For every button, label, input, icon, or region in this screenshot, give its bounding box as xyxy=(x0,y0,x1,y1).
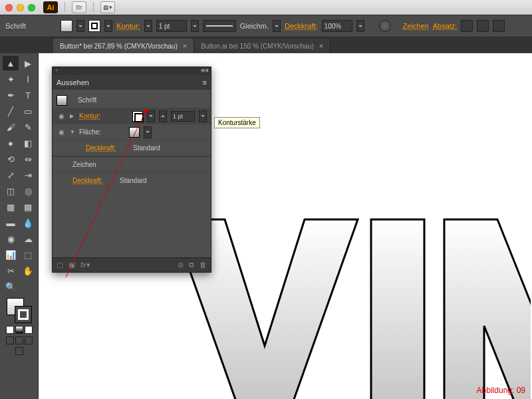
stroke-profile-preview[interactable] xyxy=(203,20,236,32)
paragraph-panel-link[interactable]: Absatz: xyxy=(433,22,458,30)
bridge-button[interactable]: Br xyxy=(72,1,86,13)
duplicate-icon[interactable]: ⧉ xyxy=(189,261,194,269)
stroke-color-dd[interactable] xyxy=(147,110,155,122)
row-kontur-label[interactable]: Kontur: xyxy=(79,112,100,120)
eyedropper-tool[interactable]: 💧 xyxy=(20,215,36,230)
direct-selection-tool[interactable]: ▶ xyxy=(20,56,36,70)
align-right-button[interactable] xyxy=(493,20,505,32)
stroke-label[interactable]: Kontur: xyxy=(116,22,140,30)
expand-icon[interactable]: ▶ xyxy=(70,113,75,119)
stroke-dropdown[interactable] xyxy=(104,20,112,32)
close-icon[interactable]: × xyxy=(183,42,187,50)
panel-menu-icon[interactable]: ≡ xyxy=(203,78,207,86)
eraser-tool[interactable]: ◧ xyxy=(20,136,36,150)
width-tool[interactable]: ⇥ xyxy=(20,168,36,182)
rectangle-tool[interactable]: ▭ xyxy=(20,104,36,118)
gradient-mode-icon[interactable] xyxy=(15,326,23,334)
window-minimize-dot[interactable] xyxy=(17,4,24,11)
visibility-icon[interactable]: ◉ xyxy=(57,128,66,137)
character-panel-link[interactable]: Zeichen xyxy=(403,22,429,30)
layout-button[interactable]: ▦▾ xyxy=(100,1,115,13)
stroke-profile-dd[interactable] xyxy=(273,20,281,32)
perspective-tool[interactable]: ▦ xyxy=(3,200,19,214)
fill-swatch[interactable] xyxy=(61,20,72,32)
stroke-box[interactable] xyxy=(15,306,32,323)
visibility-icon[interactable]: ◉ xyxy=(57,112,66,121)
free-transform-tool[interactable]: ◫ xyxy=(3,184,19,198)
align-center-button[interactable] xyxy=(477,20,489,32)
tooltip: Konturstärke xyxy=(214,117,260,128)
control-bar: Schrift Kontur: Gleichm. Deckkraft: Zeic… xyxy=(0,15,532,37)
paintbrush-tool[interactable]: 🖌 xyxy=(3,120,19,134)
fill-color-swatch[interactable] xyxy=(129,127,140,138)
type-tool[interactable]: T xyxy=(20,88,36,102)
stroke-weight-input[interactable] xyxy=(156,20,187,32)
opacity-dd[interactable] xyxy=(356,20,364,32)
row-deckkraft2-label[interactable]: Deckkraft: xyxy=(72,177,102,184)
reflect-tool[interactable]: ⇔ xyxy=(20,152,36,166)
recolor-button[interactable] xyxy=(379,20,391,32)
type-swatch xyxy=(57,95,67,106)
panel-dock-icon[interactable]: ◀◀ xyxy=(200,67,208,75)
graph-tool[interactable]: 📊 xyxy=(3,247,19,262)
titlebar: Ai Br ▦▾ xyxy=(0,0,532,15)
stroke-profile-label: Gleichm. xyxy=(240,22,269,30)
stroke-swatch[interactable] xyxy=(88,20,100,32)
draw-inside-icon[interactable] xyxy=(25,336,33,344)
zoom-tool[interactable]: 🔍 xyxy=(3,279,19,294)
new-stroke-icon[interactable]: ▢ xyxy=(57,261,63,269)
artboard-tool[interactable]: ⬚ xyxy=(20,247,36,262)
gradient-tool[interactable]: ▬ xyxy=(3,215,19,230)
stroke-weight-dd[interactable] xyxy=(191,20,199,32)
new-fill-icon[interactable]: ▣ xyxy=(68,261,75,269)
blend-tool[interactable]: ◉ xyxy=(3,231,19,246)
align-left-button[interactable] xyxy=(461,20,473,32)
scale-tool[interactable]: ⤢ xyxy=(3,168,19,182)
appearance-panel: ×◀◀ Aussehen ≡ Schrift ◉ ▶ Kontur: xyxy=(52,66,211,273)
panel-collapse-icon[interactable]: × xyxy=(55,67,59,75)
weight-step-up[interactable] xyxy=(159,110,167,122)
close-icon[interactable]: × xyxy=(319,42,323,50)
rotate-tool[interactable]: ⟲ xyxy=(3,152,19,166)
opacity-input[interactable] xyxy=(322,20,352,32)
row-deckkraft2-value: Standard xyxy=(120,177,147,184)
canvas[interactable]: ×◀◀ Aussehen ≡ Schrift ◉ ▶ Kontur: xyxy=(39,53,532,399)
fx-menu[interactable]: fx▾ xyxy=(80,261,90,269)
collapse-icon[interactable]: ▼ xyxy=(70,129,75,135)
slice-tool[interactable]: ✂ xyxy=(3,263,19,278)
stroke-color-swatch[interactable] xyxy=(132,111,143,122)
stroke-weight-down[interactable] xyxy=(144,20,152,32)
mesh-tool[interactable]: ▩ xyxy=(20,200,36,214)
draw-normal-icon[interactable] xyxy=(6,336,14,344)
tools-panel: ▲ ▶ ✦ ⌇ ✒ T ╱ ▭ 🖌 ✎ ● ◧ ⟲ ⇔ ⤢ ⇥ ◫ ◎ ▦ ▩ … xyxy=(0,53,39,399)
weight-dd[interactable] xyxy=(199,110,207,122)
line-tool[interactable]: ╱ xyxy=(3,104,19,118)
window-close-dot[interactable] xyxy=(5,4,13,11)
none-mode-icon[interactable] xyxy=(25,326,33,334)
fill-stroke-indicator[interactable] xyxy=(7,298,32,323)
draw-behind-icon[interactable] xyxy=(15,336,23,344)
window-zoom-dot[interactable] xyxy=(28,4,35,11)
color-mode-icon[interactable] xyxy=(6,326,14,334)
fill-dropdown[interactable] xyxy=(76,20,84,32)
pen-tool[interactable]: ✒ xyxy=(3,88,19,102)
opacity-label[interactable]: Deckkraft: xyxy=(285,22,318,30)
screen-mode-icon[interactable] xyxy=(15,347,23,355)
shape-builder-tool[interactable]: ◎ xyxy=(20,184,36,198)
document-tab-active[interactable]: Button* bei 267,89 % (CMYK/Vorschau) × xyxy=(53,39,194,53)
figure-caption: Abbildung: 09 xyxy=(477,386,525,395)
magic-wand-tool[interactable]: ✦ xyxy=(3,72,19,86)
row-deckkraft1-value: Standard xyxy=(133,144,160,152)
pencil-tool[interactable]: ✎ xyxy=(20,120,36,134)
symbol-tool[interactable]: ☁ xyxy=(20,231,36,246)
stroke-weight-field[interactable] xyxy=(171,111,195,122)
row-deckkraft1-label[interactable]: Deckkraft: xyxy=(86,144,116,152)
fill-color-dd[interactable] xyxy=(144,126,152,138)
selection-tool[interactable]: ▲ xyxy=(3,56,19,70)
document-tab-inactive[interactable]: Button.ai bei 150 % (CMYK/Vorschau) × xyxy=(194,39,331,53)
blob-brush-tool[interactable]: ● xyxy=(3,136,19,150)
hand-tool[interactable]: ✋ xyxy=(20,263,36,278)
lasso-tool[interactable]: ⌇ xyxy=(20,72,36,86)
clear-icon[interactable]: ⊘ xyxy=(178,261,184,269)
trash-icon[interactable]: 🗑 xyxy=(200,261,207,269)
